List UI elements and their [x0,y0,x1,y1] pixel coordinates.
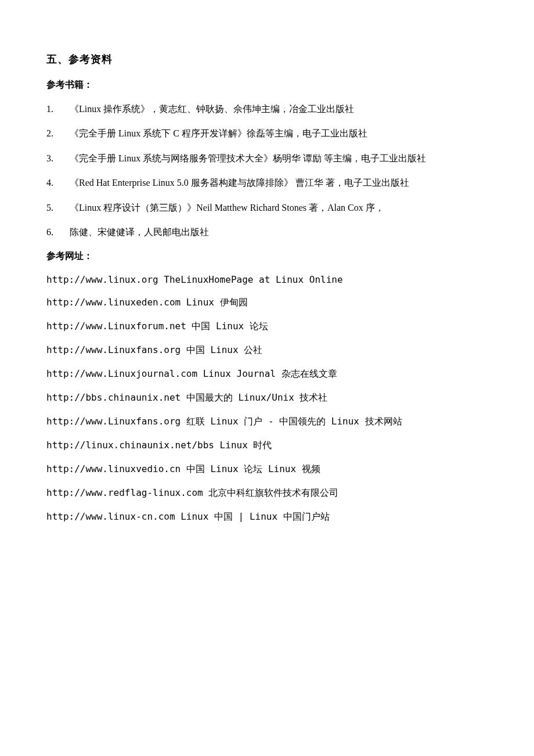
url-line: http://www.Linuxfans.org 中国 Linux 公社 [46,344,488,357]
list-number: 5. [46,201,70,214]
list-number: 3. [46,152,70,165]
url-line: http://www.Linuxjournal.com Linux Journa… [46,368,488,380]
list-number: 6. [46,226,70,239]
list-number: 1. [46,103,70,116]
url-line: http://www.Linuxfans.org 红联 Linux 门户 - 中… [46,416,488,428]
list-item: 5. 《Linux 程序设计（第三版）》Neil Matthew Richard… [46,201,488,214]
list-text: 《完全手册 Linux 系统与网络服务管理技术大全》杨明华 谭励 等主编，电子工… [70,152,488,165]
list-text: 《Linux 操作系统》，黄志红、钟耿扬、佘伟坤主编，冶金工业出版社 [70,103,488,116]
list-number: 2. [46,127,70,140]
url-list: http://www.linux.org TheLinuxHomePage at… [46,274,488,523]
list-text: 《Red Hat Enterprise Linux 5.0 服务器构建与故障排除… [70,177,488,189]
url-line: http://www.linux-cn.com Linux 中国 | Linux… [46,511,488,523]
url-line: http://www.linuxvedio.cn 中国 Linux 论坛 Lin… [46,463,488,476]
list-item: 1. 《Linux 操作系统》，黄志红、钟耿扬、佘伟坤主编，冶金工业出版社 [46,103,488,116]
subheading-books: 参考书籍： [46,79,488,91]
url-line: http://www.linux.org TheLinuxHomePage at… [46,274,488,285]
url-line: http://www.redflag-linux.com 北京中科红旗软件技术有… [46,487,488,499]
document-page: 五、参考资料 参考书籍： 1. 《Linux 操作系统》，黄志红、钟耿扬、佘伟坤… [0,0,534,570]
list-text: 陈健、宋健健译，人民邮电出版社 [70,226,488,239]
list-item: 4. 《Red Hat Enterprise Linux 5.0 服务器构建与故… [46,177,488,189]
list-item: 3. 《完全手册 Linux 系统与网络服务管理技术大全》杨明华 谭励 等主编，… [46,152,488,165]
url-line: http://bbs.chinaunix.net 中国最大的 Linux/Uni… [46,392,488,404]
subheading-urls: 参考网址： [46,250,488,262]
list-text: 《完全手册 Linux 系统下 C 程序开发详解》徐磊等主编，电子工业出版社 [70,127,488,140]
list-number: 4. [46,177,70,189]
book-list: 1. 《Linux 操作系统》，黄志红、钟耿扬、佘伟坤主编，冶金工业出版社 2.… [46,103,488,239]
section-title: 五、参考资料 [46,52,488,66]
url-line: http://www.Linuxforum.net 中国 Linux 论坛 [46,321,488,333]
list-text: 《Linux 程序设计（第三版）》Neil Matthew Richard St… [70,201,488,214]
list-item: 6. 陈健、宋健健译，人民邮电出版社 [46,226,488,239]
url-line: http://www.linuxeden.com Linux 伊甸园 [46,297,488,309]
url-line: http://linux.chinaunix.net/bbs Linux 时代 [46,440,488,452]
list-item: 2. 《完全手册 Linux 系统下 C 程序开发详解》徐磊等主编，电子工业出版… [46,127,488,140]
